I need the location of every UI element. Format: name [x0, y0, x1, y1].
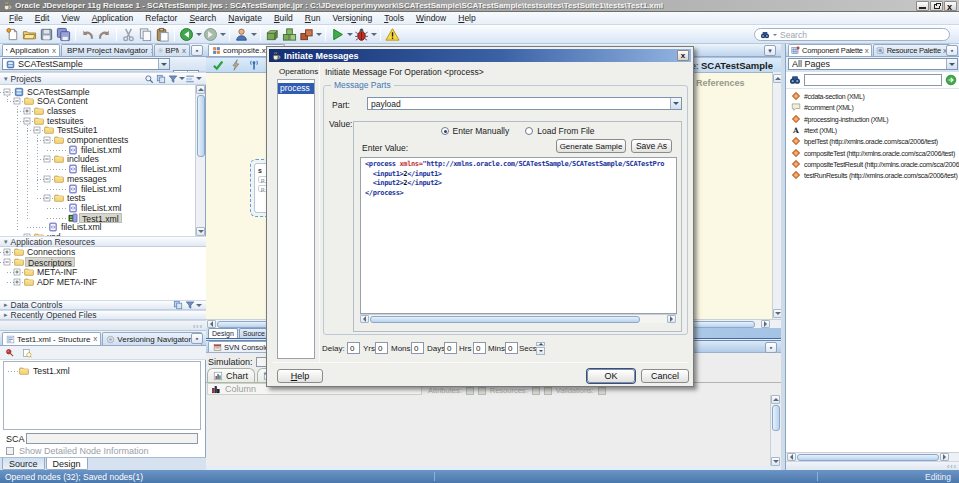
- xml-hscrollbar[interactable]: [360, 314, 677, 323]
- part-combo[interactable]: payload: [367, 97, 682, 110]
- run-dropdown[interactable]: [346, 26, 353, 43]
- sca-field[interactable]: [26, 433, 198, 444]
- tab-component-palette-close-icon[interactable]: x: [865, 47, 869, 55]
- rebuild-dropdown[interactable]: [315, 26, 322, 43]
- application-resources-header[interactable]: ▾ Application Resources: [0, 236, 206, 247]
- delay-field-mins[interactable]: 0: [473, 342, 486, 354]
- resize-grip-icon[interactable]: ‹‹‹: [947, 463, 957, 470]
- scroll-left-icon[interactable]: [360, 315, 369, 323]
- expand-icon[interactable]: [23, 107, 31, 115]
- invoke-icon[interactable]: [230, 59, 242, 71]
- menu-refactor[interactable]: Refactor: [139, 13, 183, 23]
- tab-source[interactable]: Source: [2, 458, 45, 470]
- filter-icon[interactable]: [168, 74, 178, 84]
- workspace-combo-arrow-icon[interactable]: [158, 59, 169, 69]
- minimize-button[interactable]: [916, 1, 929, 11]
- cancel-button[interactable]: Cancel: [641, 369, 689, 383]
- restore-button[interactable]: [930, 1, 943, 11]
- validate-icon[interactable]: [212, 59, 224, 71]
- tab-structure[interactable]: Test1.xml - Structure x: [2, 332, 101, 345]
- menu-edit[interactable]: Edit: [29, 13, 56, 23]
- pages-combo[interactable]: All Pages: [788, 58, 958, 70]
- tab-bpm2-close-icon[interactable]: x: [182, 47, 186, 55]
- data-controls-expand-icon[interactable]: ▸: [4, 301, 8, 309]
- pages-combo-arrow-icon[interactable]: [946, 59, 957, 69]
- enter-manually-radio[interactable]: [441, 127, 449, 135]
- projects-scrollbar[interactable]: [195, 85, 205, 236]
- search-box[interactable]: Search: [754, 28, 950, 41]
- projects-tree-item[interactable]: messages: [0, 174, 195, 184]
- projects-tree-item[interactable]: fileList.xml: [0, 164, 195, 174]
- expand-icon[interactable]: [13, 278, 21, 286]
- undo-button[interactable]: [79, 26, 96, 43]
- collapse-icon[interactable]: [13, 97, 21, 105]
- show-detailed-checkbox[interactable]: [6, 447, 14, 455]
- tab-component-palette[interactable]: Component Palette x: [788, 44, 872, 56]
- scroll-down-icon[interactable]: [771, 457, 780, 466]
- tab-editor-source[interactable]: Source: [239, 328, 269, 338]
- navigate-forward-button[interactable]: [202, 26, 219, 43]
- filter-dropdown[interactable]: [178, 74, 185, 84]
- delay-field-days[interactable]: 0: [411, 342, 424, 354]
- user-profile-button[interactable]: [233, 26, 250, 43]
- menu-help[interactable]: Help: [452, 13, 481, 23]
- part-combo-arrow-icon[interactable]: [670, 98, 681, 109]
- tab-editor-design[interactable]: Design: [208, 328, 238, 338]
- recently-opened-files-header[interactable]: ▸ Recently Opened Files: [0, 310, 206, 320]
- tab-structure-close-icon[interactable]: x: [93, 335, 97, 343]
- palette-item[interactable]: bpelTest (http://xmlns.oracle.com/sca/20…: [786, 136, 959, 146]
- projects-tree-item[interactable]: SOA Content: [0, 96, 195, 106]
- save-all-button[interactable]: [55, 26, 72, 43]
- delay-field-secs[interactable]: 0: [505, 342, 518, 354]
- collapse-icon[interactable]: [33, 126, 41, 134]
- palette-minimize-button[interactable]: ▪: [946, 45, 958, 56]
- redo-button[interactable]: [96, 26, 113, 43]
- scroll-right-icon[interactable]: [761, 320, 770, 328]
- test-antenna-icon[interactable]: [248, 59, 260, 71]
- palette-hscrollbar-thumb[interactable]: [797, 454, 939, 461]
- delay-field-yrs[interactable]: 0: [347, 342, 360, 354]
- projects-tree-item[interactable]: fileList.xml: [0, 203, 195, 213]
- spin-up-icon[interactable]: [536, 342, 545, 346]
- warning-button[interactable]: [384, 26, 401, 43]
- navigate-back-button[interactable]: [178, 26, 195, 43]
- app-resources-tree-item[interactable]: Connections: [0, 247, 206, 257]
- operation-item-process[interactable]: process: [278, 83, 314, 94]
- make-button[interactable]: [281, 26, 298, 43]
- palette-hscrollbar[interactable]: [786, 452, 959, 461]
- load-from-file-option[interactable]: Load From File: [525, 126, 594, 136]
- dialog-titlebar[interactable]: Initiate Messages x: [269, 49, 691, 62]
- tab-bpm-project-navigator[interactable]: BPM Project Navigator x: [61, 44, 153, 56]
- bottom-dock-minimize-button[interactable]: ▪: [765, 342, 777, 353]
- palette-search-go-icon[interactable]: [945, 74, 957, 86]
- collapse-icon[interactable]: [3, 88, 11, 96]
- projects-header[interactable]: ▾ Projects: [0, 72, 206, 85]
- menu-window[interactable]: Window: [410, 13, 452, 23]
- resize-grip-icon[interactable]: ‹‹‹: [193, 323, 203, 330]
- view-options-icon[interactable]: [185, 74, 195, 84]
- palette-search-input[interactable]: [804, 74, 942, 86]
- editor-tab-list-button[interactable]: ▾: [764, 45, 776, 56]
- projects-tree-item[interactable]: TestSuite1: [0, 125, 195, 135]
- delay-field-mons[interactable]: 0: [375, 342, 388, 354]
- projects-scrollbar-thumb[interactable]: [197, 95, 205, 157]
- user-profile-dropdown[interactable]: [250, 26, 257, 43]
- scroll-down-icon[interactable]: [196, 227, 205, 236]
- palette-item[interactable]: compositeTest (http://xmlns.oracle.com/s…: [786, 148, 959, 158]
- palette-item[interactable]: #text (XML): [786, 125, 959, 135]
- app-resources-tree-item[interactable]: ADF META-INF: [0, 277, 206, 287]
- open-file-button[interactable]: [21, 26, 38, 43]
- scroll-up-icon[interactable]: [196, 85, 205, 94]
- enter-manually-option[interactable]: Enter Manually: [441, 126, 510, 136]
- pin-icon[interactable]: [5, 348, 15, 358]
- scroll-right-icon[interactable]: [940, 453, 949, 461]
- new-file-button[interactable]: [4, 26, 21, 43]
- panel-resize-grip-row[interactable]: ‹‹‹: [0, 320, 206, 331]
- save-button[interactable]: [38, 26, 55, 43]
- palette-item[interactable]: testRunResults (http://xmlns.oracle.com/…: [786, 170, 959, 180]
- bottom-panel-scrollbar-thumb[interactable]: [772, 405, 780, 431]
- view-options-dropdown[interactable]: [195, 74, 202, 84]
- expand-icon[interactable]: [13, 268, 21, 276]
- projects-tree-item[interactable]: fileList.xml: [0, 145, 195, 155]
- tab-bpm2[interactable]: BPM... x: [154, 44, 190, 56]
